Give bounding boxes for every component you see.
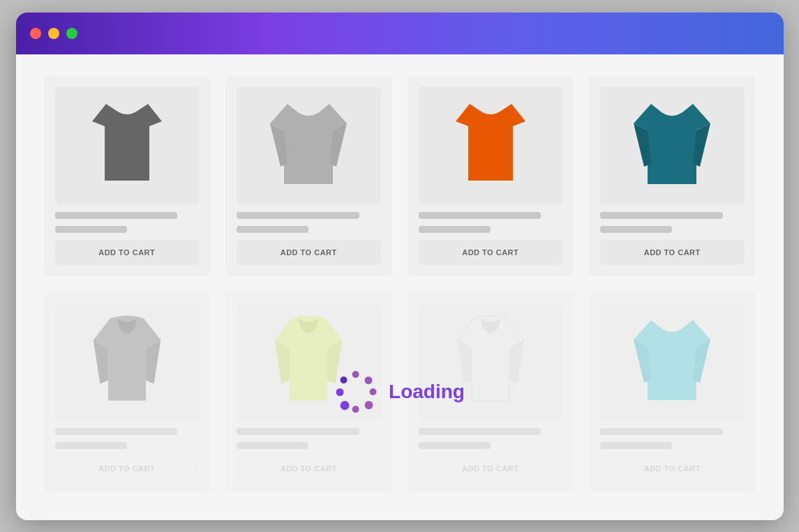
product-name-bar	[55, 212, 178, 219]
traffic-light-close[interactable]	[30, 28, 41, 39]
product-name-bar	[237, 212, 359, 219]
product-image-gray-sweatshirt	[237, 86, 381, 205]
add-to-cart-button-gray-tshirt[interactable]: ADD TO CART	[55, 240, 200, 265]
traffic-light-fullscreen[interactable]	[66, 28, 77, 39]
product-price-bar	[55, 226, 127, 233]
add-to-cart-button-gray-sweatshirt[interactable]: ADD TO CART	[237, 240, 381, 265]
product-price-bar	[600, 226, 672, 233]
sweatshirt-teal-svg	[630, 97, 714, 195]
browser-window: ADD TO CART ADD TO CART	[16, 13, 784, 520]
sweatshirt-gray-svg	[267, 97, 350, 195]
product-price-bar	[419, 226, 491, 233]
product-image-orange-tshirt	[419, 86, 563, 205]
product-name-bar	[600, 212, 723, 219]
product-grid-row1: ADD TO CART ADD TO CART	[44, 75, 756, 276]
browser-titlebar	[16, 13, 784, 54]
product-card-orange-tshirt: ADD TO CART	[408, 75, 574, 276]
product-card-gray-sweatshirt: ADD TO CART	[225, 75, 392, 276]
product-image-teal-sweatshirt	[600, 86, 745, 205]
second-row-container: ADD TO CART ADD TO CART	[44, 291, 756, 492]
product-image-gray-tshirt	[55, 86, 200, 205]
tshirt-gray-svg	[85, 97, 169, 195]
tshirt-orange-svg	[449, 97, 532, 195]
add-to-cart-button-orange-tshirt[interactable]: ADD TO CART	[419, 240, 563, 265]
product-price-bar	[237, 226, 308, 233]
browser-content: ADD TO CART ADD TO CART	[16, 54, 784, 520]
product-name-bar	[419, 212, 542, 219]
loading-overlay-bg	[44, 291, 756, 492]
add-to-cart-button-teal-sweatshirt[interactable]: ADD TO CART	[600, 240, 745, 265]
product-card-gray-tshirt: ADD TO CART	[44, 75, 211, 276]
traffic-light-minimize[interactable]	[48, 28, 59, 39]
product-card-teal-sweatshirt: ADD TO CART	[589, 75, 756, 276]
